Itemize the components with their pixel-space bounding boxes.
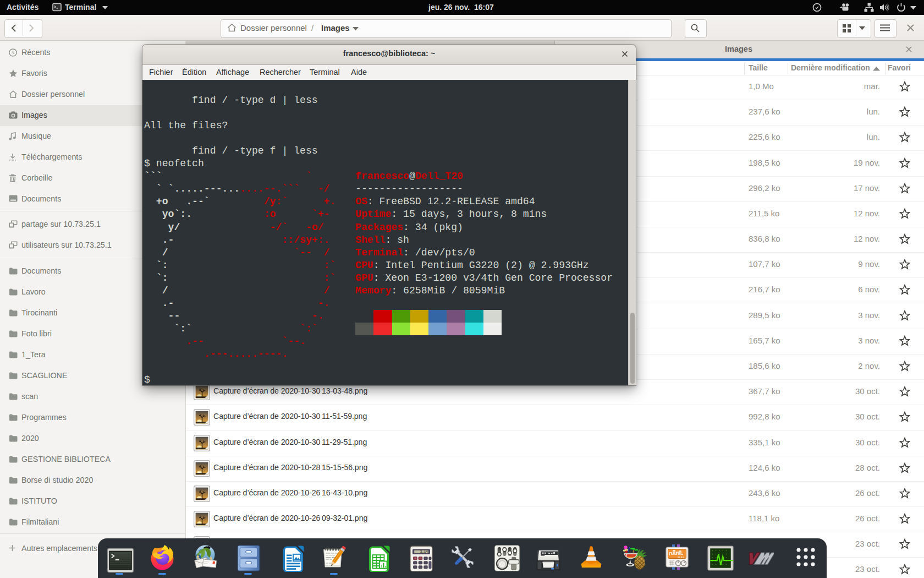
svg-text:3.14: 3.14	[420, 550, 428, 554]
